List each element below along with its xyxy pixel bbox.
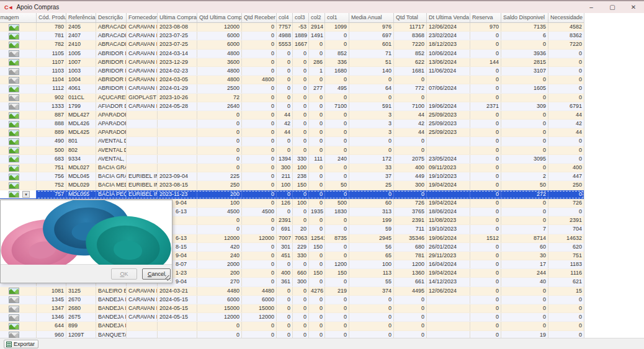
table-cell[interactable]: 0	[293, 313, 309, 321]
table-cell[interactable]	[127, 155, 158, 163]
table-cell[interactable]	[127, 111, 158, 119]
table-cell[interactable]: 44	[277, 128, 293, 136]
table-cell[interactable]: 420	[197, 243, 242, 251]
table-row[interactable]: 888MDL426APARADOR004200034225/09/2023004…	[0, 120, 584, 128]
table-cell[interactable]: 2670	[66, 296, 96, 304]
table-cell[interactable]: 0	[470, 278, 501, 286]
table-cell[interactable]: 970	[470, 23, 501, 31]
table-cell[interactable]: 0	[309, 225, 325, 233]
table-cell[interactable]: BANDEJA DE	[96, 313, 127, 321]
table-cell[interactable]: 0	[277, 58, 293, 66]
table-cell[interactable]: 65	[349, 252, 394, 260]
column-header-col1[interactable]: col1	[325, 13, 349, 22]
table-cell[interactable]: 0	[309, 50, 325, 58]
table-cell[interactable]: AFIADOR DE	[96, 102, 127, 110]
table-cell[interactable]: 2405	[66, 23, 96, 31]
table-cell[interactable]: 3	[349, 111, 394, 119]
table-cell[interactable]: 51	[349, 58, 394, 66]
table-cell[interactable]: 1005	[66, 50, 96, 58]
column-header-necessidade[interactable]: Necessidade	[548, 13, 584, 22]
table-cell[interactable]: 781	[394, 252, 427, 260]
table-cell[interactable]: 0	[293, 146, 309, 154]
table-cell[interactable]	[427, 304, 470, 312]
table-cell[interactable]: 0	[242, 58, 277, 66]
table-cell[interactable]: 6000	[197, 32, 242, 40]
table-cell[interactable]: 7	[501, 225, 548, 233]
table-cell[interactable]: 0	[277, 287, 293, 295]
table-cell[interactable]: 33	[349, 164, 394, 172]
table-cell[interactable]: 12541	[309, 234, 325, 242]
table-cell[interactable]: 0	[309, 120, 325, 128]
table-cell[interactable]: 44	[394, 128, 427, 136]
table-cell[interactable]: CARAVAN E	[127, 296, 158, 304]
table-cell[interactable]: 400	[394, 164, 427, 172]
table-cell[interactable]: 42	[548, 120, 584, 128]
table-row[interactable]: 7812407ABRACADEIICARAVAN E2023-07-256000…	[0, 32, 584, 40]
table-cell[interactable]: 0	[470, 155, 501, 163]
table-cell[interactable]: 2	[501, 172, 548, 180]
table-cell[interactable]: 449	[394, 172, 427, 180]
table-cell[interactable]: MDL055	[66, 190, 96, 198]
table-cell[interactable]: 14/12/2023	[427, 278, 470, 286]
table-cell[interactable]: 12/06/2024	[427, 23, 470, 31]
table-cell[interactable]: 4061	[66, 84, 96, 92]
table-cell[interactable]: 0	[197, 164, 242, 172]
table-cell[interactable]: 0	[309, 313, 325, 321]
table-cell[interactable]: 899	[66, 322, 96, 330]
table-cell[interactable]: 1830	[325, 208, 349, 216]
table-cell[interactable]: 0	[548, 146, 584, 154]
table-cell[interactable]: 2023-12-29	[158, 58, 197, 66]
table-cell[interactable]: 0	[309, 181, 325, 189]
image-cell[interactable]	[0, 296, 37, 304]
table-cell[interactable]	[127, 164, 158, 172]
table-cell[interactable]: 0	[242, 216, 277, 224]
table-cell[interactable]: 2815	[501, 58, 548, 66]
table-cell[interactable]: 0	[293, 260, 309, 268]
table-cell[interactable]: 0	[548, 137, 584, 145]
table-cell[interactable]: 0	[470, 190, 501, 198]
image-cell[interactable]	[0, 67, 37, 75]
table-row[interactable]: 751MDL027BACIA GRAN00300100003340009/11/…	[0, 164, 584, 172]
table-cell[interactable]: 0	[470, 313, 501, 321]
table-cell[interactable]: 300	[394, 181, 427, 189]
table-cell[interactable]: ABRACADEII	[96, 23, 127, 31]
table-cell[interactable]	[158, 128, 197, 136]
table-cell[interactable]: CARAVAN E	[127, 102, 158, 110]
table-cell[interactable]: 25/09/2023	[427, 128, 470, 136]
table-cell[interactable]: 0	[501, 296, 548, 304]
table-cell[interactable]: 3	[349, 120, 394, 128]
table-cell[interactable]: 12000	[242, 313, 277, 321]
table-cell[interactable]	[158, 155, 197, 163]
table-row[interactable]: 11124061ABRIDOR DECARAVAN E2024-01-29250…	[0, 84, 584, 93]
table-cell[interactable]: 0	[470, 243, 501, 251]
table-cell[interactable]: GIOPLAST IN	[127, 94, 158, 102]
table-cell[interactable]: 225	[197, 172, 242, 180]
table-cell[interactable]: 0	[548, 155, 584, 163]
table-cell[interactable]: 15000	[242, 304, 277, 312]
table-cell[interactable]	[127, 331, 158, 338]
resize-grip-icon[interactable]	[165, 275, 171, 281]
column-header-descri-o[interactable]: Descrição	[96, 13, 127, 22]
table-cell[interactable]: 0	[501, 76, 548, 84]
table-cell[interactable]: 0	[470, 164, 501, 172]
table-cell[interactable]: 2391	[548, 216, 584, 224]
table-cell[interactable]: 0	[325, 172, 349, 180]
table-cell[interactable]: 0	[501, 111, 548, 119]
column-header-reserva[interactable]: Reserva	[470, 13, 501, 22]
table-cell[interactable]: 25/09/2023	[427, 120, 470, 128]
table-cell[interactable]: 622	[394, 58, 427, 66]
table-cell[interactable]: 0	[349, 304, 394, 312]
table-row[interactable]: 13331799AFIADOR DECARAVAN E2024-05-28264…	[0, 102, 584, 111]
table-cell[interactable]: APARADOR	[96, 111, 127, 119]
table-cell[interactable]: 0	[277, 190, 293, 198]
table-cell[interactable]: CARAVAN E	[127, 58, 158, 66]
table-cell[interactable]: 0	[470, 128, 501, 136]
table-cell[interactable]: 0	[470, 216, 501, 224]
table-cell[interactable]: 12000	[197, 313, 242, 321]
table-cell[interactable]: 0	[293, 102, 309, 110]
column-header-media-anual[interactable]: Media Anual	[349, 13, 394, 22]
table-cell[interactable]: 250	[548, 181, 584, 189]
table-cell[interactable]: 10/06/2024	[427, 50, 470, 58]
image-cell[interactable]	[0, 111, 37, 119]
image-cell[interactable]	[0, 102, 37, 110]
